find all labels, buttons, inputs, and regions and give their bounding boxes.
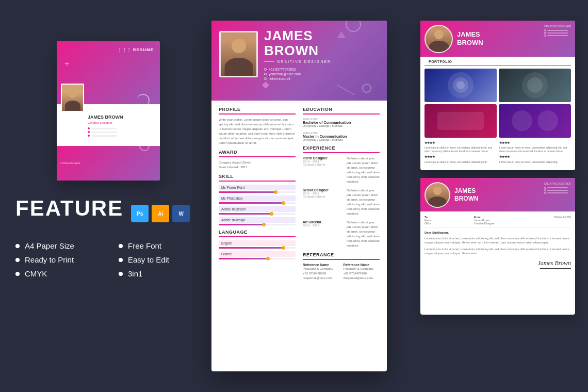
letter-right-info: CREATIVE DESIGNER: [544, 182, 571, 194]
contact-dot-icon: [264, 68, 267, 71]
signature-image: James Brown: [424, 259, 571, 267]
ref-name: Referance Name: [303, 263, 339, 267]
award-section-title: AWARD: [219, 150, 296, 157]
contact-phone: +62 85777545032: [264, 68, 379, 71]
mini-resume-header: + ✕: [57, 41, 160, 104]
left-section: + ✕ JAMES BROWN Creative Designer Creati…: [15, 41, 201, 278]
letter-body: To: Name Office From: James Brown Creati…: [420, 211, 575, 273]
feature-free-font-label: Free Font: [128, 241, 161, 250]
feature-3in1-label: 3in1: [128, 269, 142, 278]
ref-grid: Referance Name Possision & Company +62 8…: [303, 263, 380, 281]
exp-year: 2012 - 2013: [303, 224, 344, 227]
resume-name-block: JAMES BROWN GRAITIVE DESIGNER +62 857775…: [258, 28, 379, 81]
resume-body: PROFILE Write your profile. Lorem ipsum …: [211, 101, 387, 287]
feature-a4: A4 Paper Size: [15, 241, 98, 250]
portfolio-content: ★★★★ Lorem ipsum dolor sit amet, consect…: [420, 141, 575, 167]
ref-details: Possision & Company +62 8756478999 drope…: [303, 267, 339, 281]
contact-phone-text: +62 85777545032: [269, 68, 296, 71]
exp-item: Art Director 2012 - 2013 Definition abou…: [303, 220, 380, 248]
profile-text: Write your profile. Lorem ipsum dolor si…: [219, 118, 296, 145]
skill-section-title: SKILL: [219, 174, 296, 182]
letter-photo: [424, 182, 450, 208]
deco-arc: [137, 94, 150, 107]
resume-name-line1: JAMES: [264, 28, 379, 43]
skill-item: Adobe Illustrator: [219, 206, 296, 215]
lang-name: English: [219, 240, 296, 246]
bullet-icon: [119, 244, 123, 248]
ref-item: Referance Name Possision & Company +62 8…: [303, 263, 339, 281]
resume-contacts: +62 85777545032 youremail@here.com linke…: [264, 68, 379, 80]
bullet-icon: [15, 244, 20, 248]
ref-name: Referance Name: [344, 263, 380, 267]
edu-school: University / College / Institute: [303, 124, 380, 127]
deco-triangle: [337, 31, 346, 38]
svg-point-2: [456, 81, 465, 89]
feature-edit-label: Easy to Edit: [128, 255, 169, 264]
language-section-title: LANGUAGE: [219, 230, 296, 237]
portfolio-thumb-4: [499, 104, 571, 138]
mini-photo-person: [62, 85, 83, 111]
deco-plus: +: [64, 59, 69, 69]
feature-print: Ready to Print: [15, 255, 98, 264]
portfolio-header: JAMES BROWN CREATIVE DESIGNER: [420, 21, 575, 57]
portfolio-section-title: PORTFOLIO: [424, 57, 571, 66]
skill-name: Adobe Illustrator: [219, 206, 296, 212]
resume-subtitle-line: GRAITIVE DESIGNER: [264, 60, 379, 63]
contact-email: youremail@here.com: [264, 72, 379, 76]
lang-item: English: [219, 240, 296, 249]
award-text: Category Award (Silver)Search Award | 20…: [219, 160, 296, 170]
letter-dear: Dear Sir/Madam,: [424, 231, 571, 234]
resume-right-col: EDUCATION 2002-2006 Bachelor of Communic…: [303, 107, 380, 281]
portfolio-col-left: ★★★★ Lorem ipsum dolor sit amet, consect…: [424, 141, 496, 164]
main-resume: JAMES BROWN GRAITIVE DESIGNER +62 857775…: [211, 21, 387, 371]
exp-company: Company Name: [303, 195, 344, 198]
mini-footer: Creative Designer: [57, 146, 160, 181]
ref-item: Referance Name Possision & Company +62 8…: [344, 263, 380, 281]
resume-name-line2: BROWN: [264, 43, 379, 58]
software-badges: Ps Ai W: [131, 205, 190, 222]
edu-school: University / College / Institute: [303, 138, 380, 141]
signature-line: [540, 268, 571, 269]
feature-free-font: Free Font: [119, 241, 201, 250]
badge-illustrator: Ai: [152, 205, 169, 222]
contact-linkedin: linked.account: [264, 77, 379, 80]
letter-card: JAMES BROWN CREATIVE DESIGNER To: Name O…: [420, 178, 575, 315]
feature-a4-label: A4 Paper Size: [25, 241, 74, 250]
portfolio-name: JAMES BROWN: [453, 30, 483, 46]
portfolio-grid: [420, 66, 575, 141]
feature-cmyk-label: CMYK: [25, 269, 47, 278]
letter-name: JAMES BROWN: [450, 187, 479, 202]
mini-footer-arc: [139, 141, 150, 151]
skill-item: Ms Photoshop: [219, 195, 296, 204]
skill-item: Adobe InDesign: [219, 217, 296, 225]
portfolio-thumb-3: [424, 104, 497, 138]
svg-point-4: [527, 77, 543, 93]
exp-job-title: Senior Designer: [303, 188, 344, 192]
exp-desc: Definition about your job. Lorem ipsum d…: [347, 188, 380, 216]
resume-name: JAMES BROWN: [264, 28, 379, 58]
skill-name: Ms Power Point: [219, 185, 296, 190]
deco-diamond: [262, 81, 269, 89]
subtitle-dash: [264, 61, 274, 62]
mini-name: JAMES BROWN: [88, 115, 156, 121]
bullet-icon: [119, 258, 123, 262]
contact-dot-icon: [264, 77, 267, 80]
mini-title: Creative Designer: [88, 121, 156, 124]
svg-rect-5: [437, 112, 484, 130]
feature-3in1: 3in1: [119, 269, 201, 278]
deco-circle-2: [362, 84, 371, 93]
portfolio-thumb-1: [424, 69, 497, 102]
exp-item: Senior Designer 2011 - 2012 Company Name…: [303, 188, 380, 216]
portfolio-card: JAMES BROWN CREATIVE DESIGNER PORTFOLIO: [420, 21, 575, 170]
ref-details: Possision & Company +62 8756478999 drope…: [344, 267, 380, 281]
lang-name: France: [219, 251, 296, 257]
exp-desc: Definition about your job. Lorem ipsum d…: [347, 220, 380, 248]
experience-section-title: EXPERIENCE: [303, 145, 380, 153]
letter-header: JAMES BROWN CREATIVE DESIGNER: [420, 178, 575, 211]
svg-point-6: [512, 110, 532, 131]
letter-text-2: Lorem ipsum dolor sit amet, consectetur …: [424, 247, 571, 256]
mini-photo: [61, 84, 84, 112]
resume-photo: [219, 31, 258, 77]
resume-header: JAMES BROWN GRAITIVE DESIGNER +62 857775…: [211, 21, 387, 101]
skill-name: Ms Photoshop: [219, 195, 296, 201]
